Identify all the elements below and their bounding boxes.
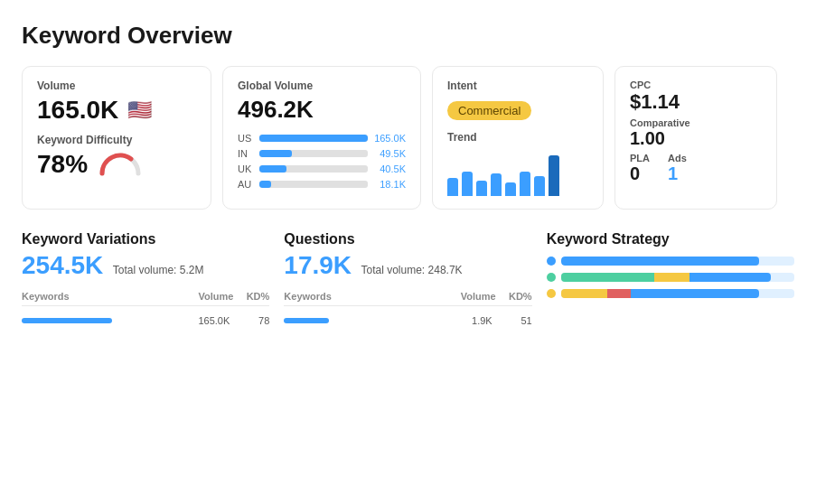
country-row-au: AU 18.1K (238, 179, 406, 190)
kd-value: 78% (37, 150, 88, 179)
keyword-strategy-section: Keyword Strategy (547, 231, 794, 326)
country-val-in: 49.5K (373, 148, 406, 159)
country-val-us: 165.0K (373, 133, 406, 144)
kv-count: 254.5K (22, 251, 103, 279)
seg-3-3 (631, 289, 759, 298)
country-bars: US 165.0K IN 49.5K UK 40.5K (238, 133, 406, 190)
global-volume-label: Global Volume (238, 79, 406, 92)
seg-2-3 (689, 273, 771, 282)
comparative-label: Comparative (630, 117, 762, 128)
strategy-dot-1 (547, 257, 556, 266)
country-row-us: US 165.0K (238, 133, 406, 144)
q-col-keywords: Keywords (284, 291, 441, 302)
pla-value: 0 (630, 163, 650, 184)
strategy-bar-3 (561, 289, 794, 298)
intent-badge: Commercial (447, 101, 531, 120)
ads-section: Ads 1 (668, 153, 687, 184)
kv-title: Keyword Variations (22, 231, 269, 247)
seg-1-1 (561, 257, 760, 266)
bar-fill-uk (259, 165, 286, 173)
q-count-row: 17.9K Total volume: 248.7K (284, 251, 531, 280)
ads-label: Ads (668, 153, 687, 163)
country-code-au: AU (238, 179, 254, 190)
pla-label: PLA (630, 153, 650, 163)
q-row-kd: 51 (496, 315, 532, 326)
comparative-section: Comparative 1.00 (630, 117, 762, 149)
strategy-dot-2 (547, 273, 556, 282)
q-col-volume: Volume (442, 291, 496, 302)
kv-row-bar-container (22, 318, 172, 323)
kv-row-bar (22, 318, 112, 323)
country-row-uk: UK 40.5K (238, 163, 406, 174)
bar-bg-au (259, 181, 368, 188)
q-title: Questions (284, 231, 531, 247)
top-metrics-grid: Volume 165.0K 🇺🇸 Keyword Difficulty 78% … (22, 66, 794, 210)
page-title: Keyword Overview (22, 22, 794, 50)
trend-bar-1 (447, 178, 458, 196)
trend-label: Trend (447, 131, 588, 144)
kv-row-vol: 165.0K (175, 315, 230, 326)
q-col-kd: KD% (496, 291, 532, 302)
country-code-in: IN (238, 148, 254, 159)
us-flag-icon: 🇺🇸 (127, 100, 152, 120)
seg-2-1 (561, 273, 654, 282)
bar-bg-in (259, 150, 368, 157)
bar-bg-uk (259, 165, 368, 173)
bar-fill-au (259, 181, 271, 188)
strategy-bar-2 (561, 273, 794, 282)
seg-3-2 (607, 289, 631, 298)
bar-fill-in (259, 150, 292, 157)
country-code-us: US (238, 133, 254, 144)
strategy-bar-1 (561, 257, 794, 266)
global-volume-value: 496.2K (238, 96, 406, 124)
bar-bg-us (259, 135, 368, 142)
strategy-bar-segments-2 (561, 273, 794, 282)
kv-col-keywords: Keywords (22, 291, 179, 302)
volume-card: Volume 165.0K 🇺🇸 Keyword Difficulty 78% (22, 66, 211, 210)
kd-gauge (98, 152, 142, 177)
trend-bar-4 (491, 173, 502, 196)
q-table-header: Keywords Volume KD% (284, 291, 531, 306)
pla-section: PLA 0 (630, 153, 650, 184)
intent-card: Intent Commercial Trend (432, 66, 604, 210)
strategy-row-2 (547, 273, 794, 282)
q-row-bar (284, 318, 329, 323)
keyword-variations-section: Keyword Variations 254.5K Total volume: … (22, 231, 269, 326)
kv-total: Total volume: 5.2M (113, 264, 204, 276)
bottom-sections: Keyword Variations 254.5K Total volume: … (22, 231, 794, 326)
volume-value: 165.0K (37, 96, 118, 125)
trend-bar-6 (520, 172, 530, 197)
trend-bar-2 (462, 172, 473, 197)
strategy-row-1 (547, 257, 794, 266)
trend-bar-7 (534, 176, 545, 197)
trend-bar-5 (505, 182, 516, 196)
seg-2-2 (654, 273, 689, 282)
strategy-bar-segments-3 (561, 289, 794, 298)
volume-row: 165.0K 🇺🇸 (37, 96, 196, 125)
kv-row-1: 165.0K 78 (22, 315, 269, 326)
cpc-label: CPC (630, 79, 762, 90)
strategy-rows (547, 257, 794, 298)
cpc-value: $1.14 (630, 90, 762, 114)
strategy-dot-3 (547, 289, 556, 298)
country-code-uk: UK (238, 163, 254, 174)
strategy-row-3 (547, 289, 794, 298)
ads-value: 1 (668, 163, 687, 184)
bar-fill-us (259, 135, 368, 142)
trend-bar-8 (549, 155, 559, 196)
trend-bar-3 (476, 181, 487, 197)
ks-title: Keyword Strategy (547, 231, 794, 247)
pla-ads-row: PLA 0 Ads 1 (630, 153, 762, 184)
seg-3-1 (561, 289, 608, 298)
kv-row-kd: 78 (233, 315, 269, 326)
q-row-1: 1.9K 51 (284, 315, 531, 326)
country-val-uk: 40.5K (373, 163, 406, 174)
global-volume-card: Global Volume 496.2K US 165.0K IN 49.5K … (222, 66, 421, 210)
strategy-bar-segments-1 (561, 257, 794, 266)
kv-table-header: Keywords Volume KD% (22, 291, 269, 306)
country-row-in: IN 49.5K (238, 148, 406, 159)
questions-section: Questions 17.9K Total volume: 248.7K Key… (284, 231, 531, 326)
q-row-vol: 1.9K (438, 315, 492, 326)
kv-count-row: 254.5K Total volume: 5.2M (22, 251, 269, 280)
q-count: 17.9K (284, 251, 352, 279)
